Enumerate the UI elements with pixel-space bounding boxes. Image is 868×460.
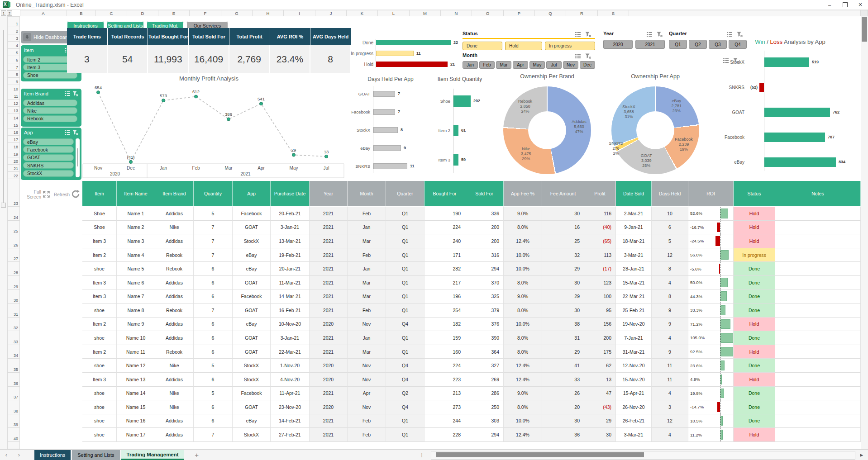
status-cell[interactable]: Done (734, 400, 775, 414)
column-header-S[interactable]: S (598, 10, 629, 16)
row-header-24[interactable]: 24 (7, 207, 20, 221)
table-cell[interactable]: 370 (465, 276, 504, 290)
table-cell[interactable]: Item 2 (82, 248, 117, 262)
table-cell[interactable]: 4-Nov-20 (271, 373, 310, 387)
column-header-purchase-date[interactable]: Purchase Date (271, 181, 310, 207)
table-cell[interactable]: 9.0% (504, 289, 542, 304)
table-cell[interactable]: 2020 (310, 400, 348, 414)
table-cell[interactable]: 15-Apr-21 (616, 387, 652, 401)
roi-cell[interactable]: 92.5% (688, 345, 734, 359)
column-header-D[interactable]: D (127, 10, 158, 16)
table-cell[interactable]: Rebook (155, 262, 194, 276)
table-cell[interactable]: 7 (194, 304, 233, 318)
table-cell[interactable]: Name 16 (117, 414, 155, 428)
status-cell[interactable]: Done (734, 359, 775, 373)
table-cell[interactable]: 12.4% (504, 428, 542, 442)
table-cell[interactable]: (40) (584, 221, 616, 235)
table-cell[interactable]: 29 (542, 289, 584, 304)
table-cell[interactable]: 224 (424, 359, 465, 373)
column-header-profit[interactable]: Profit (584, 181, 616, 207)
column-header-date-sold[interactable]: Date Sold (616, 181, 652, 207)
table-cell[interactable]: 7 (194, 248, 233, 262)
table-cell[interactable] (775, 207, 861, 221)
roi-cell[interactable]: -5.6% (688, 262, 734, 276)
table-cell[interactable]: 14-Mar-21 (271, 289, 310, 304)
table-cell[interactable]: 27-Feb-21 (271, 428, 310, 442)
table-cell[interactable]: 32 (542, 248, 584, 262)
table-cell[interactable]: 8.0% (504, 400, 542, 414)
row-header-6[interactable]: 6 (7, 56, 20, 63)
table-cell[interactable]: shoe (82, 414, 117, 428)
table-cell[interactable]: 12.4% (504, 373, 542, 387)
table-cell[interactable] (775, 373, 861, 387)
clear-filter-icon[interactable] (737, 31, 745, 37)
table-cell[interactable]: 29 (542, 345, 584, 359)
table-cell[interactable]: 4 (652, 331, 688, 345)
column-header-item-name[interactable]: Item Name (117, 181, 155, 207)
table-cell[interactable]: 5 (194, 207, 233, 221)
month-filter-dec[interactable]: Dec (580, 61, 595, 69)
table-cell[interactable]: 6 (194, 373, 233, 387)
table-cell[interactable]: Name 9 (117, 318, 155, 332)
table-cell[interactable]: 95 (584, 304, 616, 318)
table-cell[interactable]: 2021 (310, 207, 348, 221)
table-cell[interactable]: 9.0% (504, 207, 542, 221)
table-cell[interactable]: StockX (233, 234, 271, 248)
table-cell[interactable]: 2021 (310, 262, 348, 276)
table-cell[interactable]: Shoe (82, 207, 117, 221)
column-header-days-held[interactable]: Days Held (652, 181, 688, 207)
table-cell[interactable]: Mar (348, 276, 386, 290)
roi-cell[interactable]: 19.8% (688, 387, 734, 401)
table-cell[interactable]: 159 (424, 331, 465, 345)
table-cell[interactable] (775, 262, 861, 276)
table-cell[interactable]: 325 (465, 289, 504, 304)
table-cell[interactable]: Addidas (155, 207, 194, 221)
year-filter-2021[interactable]: 2021 (635, 40, 665, 49)
row-header-32[interactable]: 32 (7, 318, 20, 332)
table-cell[interactable]: 31-Mar-21 (616, 345, 652, 359)
table-cell[interactable]: Q1 (386, 248, 424, 262)
table-cell[interactable]: 213 (424, 387, 465, 401)
table-cell[interactable]: 6 (194, 331, 233, 345)
row-header-28[interactable]: 28 (7, 262, 20, 276)
table-cell[interactable]: 336 (465, 207, 504, 221)
table-cell[interactable]: 11 (652, 359, 688, 373)
table-cell[interactable]: Feb (348, 207, 386, 221)
row-header-12[interactable]: 12 (7, 100, 20, 107)
status-cell[interactable]: Hold (734, 221, 775, 235)
table-cell[interactable]: 223 (424, 373, 465, 387)
table-cell[interactable]: Q4 (386, 359, 424, 373)
refresh-button[interactable]: Refresh (54, 190, 80, 199)
slicer-item-facebook[interactable]: Facebook (23, 146, 74, 153)
column-header-app-fee-[interactable]: App Fee % (504, 181, 542, 207)
table-cell[interactable]: Addidas (155, 289, 194, 304)
row-header-13[interactable]: 13 (7, 107, 20, 114)
table-cell[interactable]: 182 (424, 318, 465, 332)
table-cell[interactable]: shoe (82, 304, 117, 318)
table-cell[interactable]: Nike (155, 359, 194, 373)
multi-select-icon[interactable] (727, 31, 735, 37)
table-cell[interactable]: Name 15 (117, 400, 155, 414)
roi-cell[interactable]: 11.2% (688, 428, 734, 442)
column-header-O[interactable]: O (472, 10, 504, 16)
table-cell[interactable]: StockX (233, 359, 271, 373)
table-cell[interactable]: 33 (542, 373, 584, 387)
table-cell[interactable]: 2021 (310, 221, 348, 235)
table-cell[interactable] (775, 248, 861, 262)
table-cell[interactable]: 12.4% (504, 234, 542, 248)
table-cell[interactable] (775, 221, 861, 235)
row-header-8[interactable]: 8 (7, 71, 20, 78)
status-cell[interactable]: Done (734, 331, 775, 345)
table-cell[interactable]: 7 (194, 234, 233, 248)
table-cell[interactable]: Q1 (386, 414, 424, 428)
roi-cell[interactable]: -14.7% (688, 400, 734, 414)
table-cell[interactable]: 26 (542, 387, 584, 401)
status-cell[interactable]: In progress (734, 248, 775, 262)
table-cell[interactable]: 29 (542, 262, 584, 276)
row-header-27[interactable]: 27 (7, 248, 20, 262)
table-cell[interactable]: 12 (652, 414, 688, 428)
month-filter-nov[interactable]: Nov (563, 61, 578, 69)
row-header-3[interactable]: 3 (7, 34, 20, 42)
row-header-5[interactable]: 5 (7, 49, 20, 56)
row-header-16[interactable]: 16 (7, 128, 20, 136)
